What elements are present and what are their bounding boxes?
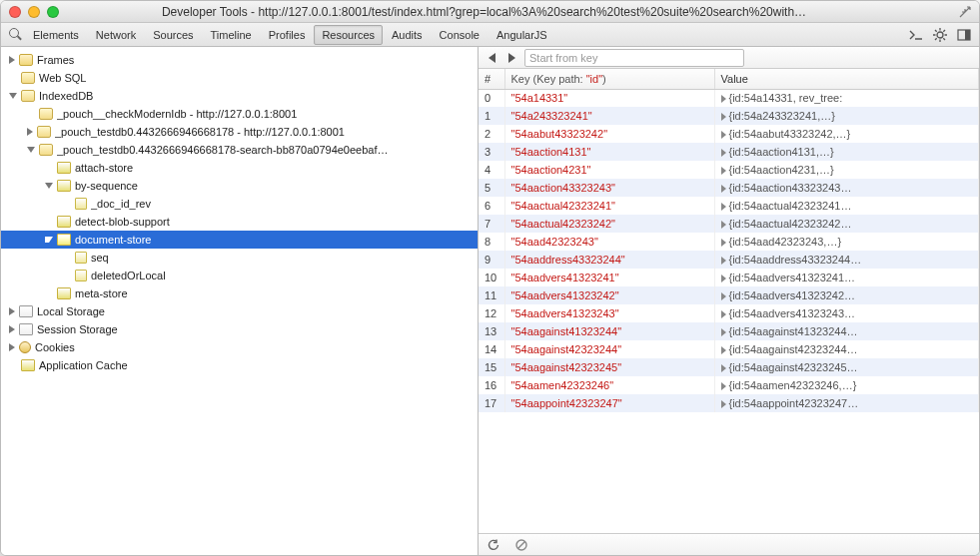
start-key-input[interactable] bbox=[524, 49, 744, 67]
table-row[interactable]: 13"54aagainst41323244"{id:54aagainst4132… bbox=[479, 322, 979, 340]
table-row[interactable]: 4"54aaction4231"{id:54aaction4231,…} bbox=[479, 161, 979, 179]
gear-icon[interactable] bbox=[933, 28, 947, 42]
table-row[interactable]: 12"54aadvers41323243"{id:54aadvers413232… bbox=[479, 304, 979, 322]
tree-item[interactable]: attach-store bbox=[1, 159, 478, 177]
table-row[interactable]: 10"54aadvers41323241"{id:54aadvers413232… bbox=[479, 269, 979, 286]
tab-resources[interactable]: Resources bbox=[314, 25, 383, 45]
disclosure-triangle-icon[interactable] bbox=[721, 239, 726, 247]
tab-network[interactable]: Network bbox=[88, 25, 144, 45]
table-row[interactable]: 7"54aactual42323242"{id:54aactual4232324… bbox=[479, 215, 979, 233]
disclosure-triangle-icon[interactable] bbox=[721, 346, 726, 354]
console-toggle-icon[interactable] bbox=[909, 28, 923, 42]
zoom-window-button[interactable] bbox=[47, 6, 59, 18]
tree-item[interactable]: seq bbox=[1, 249, 478, 267]
tree-item[interactable]: Session Storage bbox=[1, 320, 478, 338]
clear-icon[interactable] bbox=[514, 538, 528, 552]
table-row[interactable]: 0"54a14331"{id:54a14331, rev_tree: bbox=[479, 89, 979, 107]
disclosure-triangle-icon[interactable] bbox=[721, 221, 726, 229]
tab-elements[interactable]: Elements bbox=[25, 25, 87, 45]
disclosure-triangle-icon[interactable] bbox=[721, 131, 726, 139]
tree-item[interactable]: by-sequence bbox=[1, 177, 478, 195]
tree-item[interactable]: _pouch_testdb0.4432666946668178-search-b… bbox=[1, 141, 478, 159]
table-row[interactable]: 3"54aaction4131"{id:54aaction4131,…} bbox=[479, 143, 979, 161]
disclosure-triangle-icon[interactable] bbox=[721, 113, 726, 121]
disclosure-triangle-icon[interactable] bbox=[45, 183, 53, 189]
disclosure-triangle-icon[interactable] bbox=[721, 203, 726, 211]
table-row[interactable]: 14"54aagainst42323244"{id:54aagainst4232… bbox=[479, 340, 979, 358]
row-value: {id:54aagainst42323244… bbox=[714, 340, 979, 358]
table-row[interactable]: 16"54aamen42323246"{id:54aamen42323246,…… bbox=[479, 376, 979, 394]
disclosure-triangle-icon[interactable] bbox=[9, 56, 15, 64]
disclosure-triangle-icon[interactable] bbox=[27, 128, 33, 136]
disclosure-triangle-icon[interactable] bbox=[721, 292, 726, 300]
prev-page-button[interactable] bbox=[485, 51, 498, 65]
refresh-icon[interactable] bbox=[487, 538, 500, 552]
spacer-icon bbox=[63, 254, 71, 262]
table-row[interactable]: 11"54aadvers41323242"{id:54aadvers413232… bbox=[479, 286, 979, 304]
db-icon bbox=[39, 144, 53, 156]
disclosure-triangle-icon[interactable] bbox=[721, 95, 726, 103]
disclosure-triangle-icon[interactable] bbox=[721, 364, 726, 372]
disclosure-triangle-icon[interactable] bbox=[721, 400, 726, 408]
tree-item[interactable]: Web SQL bbox=[1, 69, 478, 87]
objectstore-data[interactable]: # Key (Key path: "id") Value 0"54a14331"… bbox=[479, 69, 979, 533]
table-row[interactable]: 17"54aappoint42323247"{id:54aappoint4232… bbox=[479, 394, 979, 412]
row-index: 6 bbox=[479, 197, 504, 215]
row-index: 11 bbox=[479, 286, 504, 304]
row-key: "54aagainst41323244" bbox=[504, 322, 714, 340]
dock-icon[interactable] bbox=[957, 28, 971, 42]
tab-profiles[interactable]: Profiles bbox=[261, 25, 314, 45]
tree-item[interactable]: document-store bbox=[1, 231, 478, 249]
cookie-icon bbox=[19, 341, 31, 353]
disclosure-triangle-icon[interactable] bbox=[9, 343, 15, 351]
tree-item[interactable]: _pouch_testdb0.4432666946668178 - http:/… bbox=[1, 123, 478, 141]
disclosure-triangle-icon[interactable] bbox=[27, 147, 35, 153]
disclosure-triangle-icon[interactable] bbox=[9, 307, 15, 315]
tab-console[interactable]: Console bbox=[432, 25, 488, 45]
tab-angularjs[interactable]: AngularJS bbox=[489, 25, 555, 45]
disclosure-triangle-icon[interactable] bbox=[721, 257, 726, 265]
column-header-key[interactable]: Key (Key path: "id") bbox=[504, 69, 714, 89]
disclosure-triangle-icon[interactable] bbox=[721, 149, 726, 157]
table-row[interactable]: 8"54aad42323243"{id:54aad42323243,…} bbox=[479, 233, 979, 251]
table-row[interactable]: 1"54a243323241"{id:54a243323241,…} bbox=[479, 107, 979, 125]
disclosure-triangle-icon[interactable] bbox=[721, 275, 726, 282]
tree-item[interactable]: detect-blob-support bbox=[1, 213, 478, 231]
disclosure-triangle-icon[interactable] bbox=[721, 167, 726, 175]
disclosure-triangle-icon[interactable] bbox=[9, 93, 17, 99]
table-row[interactable]: 15"54aagainst42323245"{id:54aagainst4232… bbox=[479, 358, 979, 376]
minimize-window-button[interactable] bbox=[28, 6, 40, 18]
tab-sources[interactable]: Sources bbox=[145, 25, 201, 45]
disclosure-triangle-icon[interactable] bbox=[721, 185, 726, 193]
disclosure-triangle-icon[interactable] bbox=[721, 328, 726, 336]
tree-item[interactable]: _doc_id_rev bbox=[1, 195, 478, 213]
disclosure-triangle-icon[interactable] bbox=[721, 310, 726, 318]
tree-item[interactable]: _pouch__checkModernIdb - http://127.0.0.… bbox=[1, 105, 478, 123]
disclosure-triangle-icon[interactable] bbox=[721, 382, 726, 390]
disclosure-triangle-icon[interactable] bbox=[45, 237, 53, 243]
tree-item[interactable]: Frames bbox=[1, 51, 478, 69]
tree-item[interactable]: meta-store bbox=[1, 284, 478, 302]
row-value: {id:54aad42323243,…} bbox=[714, 233, 979, 251]
disclosure-triangle-icon[interactable] bbox=[9, 325, 15, 333]
next-page-button[interactable] bbox=[504, 51, 518, 65]
table-row[interactable]: 9"54aaddress43323244"{id:54aaddress43323… bbox=[479, 251, 979, 269]
resources-tree[interactable]: FramesWeb SQLIndexedDB_pouch__checkModer… bbox=[1, 47, 479, 555]
column-header-index[interactable]: # bbox=[479, 69, 504, 89]
row-key: "54aappoint42323247" bbox=[504, 394, 714, 412]
table-row[interactable]: 6"54aactual42323241"{id:54aactual4232324… bbox=[479, 197, 979, 215]
table-row[interactable]: 2"54aabut43323242"{id:54aabut43323242,…} bbox=[479, 125, 979, 143]
search-icon[interactable] bbox=[9, 28, 23, 42]
tab-audits[interactable]: Audits bbox=[384, 25, 431, 45]
tree-item[interactable]: Application Cache bbox=[1, 356, 478, 374]
column-header-value[interactable]: Value bbox=[714, 69, 979, 89]
db-icon bbox=[21, 72, 35, 84]
expand-icon[interactable] bbox=[959, 6, 971, 18]
tree-item[interactable]: IndexedDB bbox=[1, 87, 478, 105]
close-window-button[interactable] bbox=[9, 6, 21, 18]
tree-item[interactable]: Cookies bbox=[1, 338, 478, 356]
tree-item[interactable]: Local Storage bbox=[1, 302, 478, 320]
tab-timeline[interactable]: Timeline bbox=[203, 25, 260, 45]
tree-item[interactable]: deletedOrLocal bbox=[1, 267, 478, 284]
table-row[interactable]: 5"54aaction43323243"{id:54aaction4332324… bbox=[479, 179, 979, 197]
